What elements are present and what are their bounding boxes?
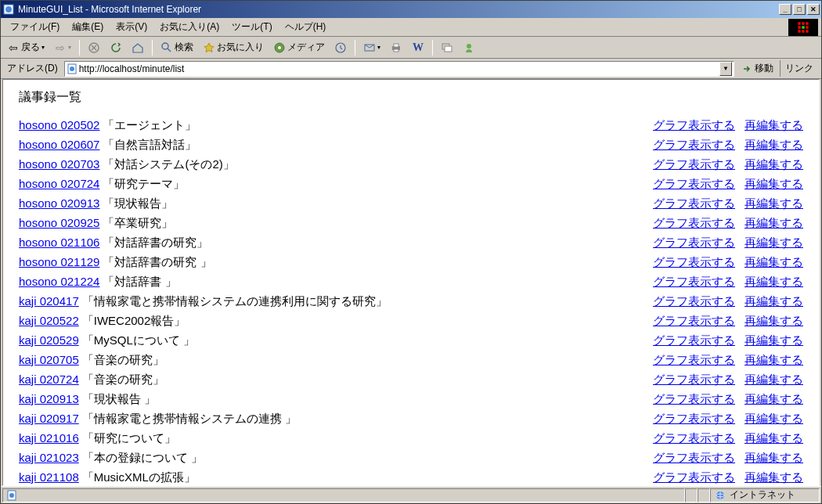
edit-link[interactable]: 再編集する xyxy=(744,157,803,172)
go-button[interactable]: 移動 xyxy=(737,60,777,77)
item-id-link[interactable]: kaji 021016 xyxy=(19,431,79,445)
home-button[interactable] xyxy=(128,40,147,56)
status-main xyxy=(2,488,685,502)
search-button[interactable]: 検索 xyxy=(157,39,196,56)
graph-link[interactable]: グラフ表示する xyxy=(653,255,735,270)
menu-tools[interactable]: ツール(T) xyxy=(225,19,278,35)
graph-link[interactable]: グラフ表示する xyxy=(653,431,735,446)
item-id-link[interactable]: hosono 020724 xyxy=(19,177,99,190)
svg-point-9 xyxy=(278,46,281,49)
svg-point-21 xyxy=(9,493,14,498)
edit-link[interactable]: 再編集する xyxy=(744,118,803,133)
graph-link[interactable]: グラフ表示する xyxy=(653,157,735,172)
graph-link[interactable]: グラフ表示する xyxy=(653,196,735,211)
item-id-link[interactable]: hosono 021224 xyxy=(19,275,99,288)
edit-link[interactable]: 再編集する xyxy=(744,353,803,368)
edit-link[interactable]: 再編集する xyxy=(744,392,803,407)
item-id-link[interactable]: hosono 021129 xyxy=(19,255,99,268)
print-button[interactable] xyxy=(387,40,406,56)
item-id-link[interactable]: hosono 020703 xyxy=(19,157,99,171)
graph-link[interactable]: グラフ表示する xyxy=(653,314,735,329)
menu-view[interactable]: 表示(V) xyxy=(110,19,153,35)
edit-button[interactable]: W xyxy=(409,40,427,56)
edit-link[interactable]: 再編集する xyxy=(744,236,803,250)
favorites-button[interactable]: お気に入り xyxy=(200,39,267,56)
address-dropdown-button[interactable]: ▼ xyxy=(719,62,732,76)
graph-link[interactable]: グラフ表示する xyxy=(653,275,735,290)
item-id-link[interactable]: kaji 020913 xyxy=(19,392,79,405)
graph-link[interactable]: グラフ表示する xyxy=(653,118,735,133)
graph-link[interactable]: グラフ表示する xyxy=(653,373,735,387)
item-id-link[interactable]: hosono 020913 xyxy=(19,196,99,210)
edit-link[interactable]: 再編集する xyxy=(744,431,803,446)
edit-link[interactable]: 再編集する xyxy=(744,138,803,153)
item-id-link[interactable]: kaji 020917 xyxy=(19,412,79,425)
stop-button[interactable] xyxy=(85,40,103,56)
graph-link[interactable]: グラフ表示する xyxy=(653,177,735,192)
graph-link[interactable]: グラフ表示する xyxy=(653,138,735,153)
menu-help[interactable]: ヘルプ(H) xyxy=(279,19,333,35)
item-id-link[interactable]: kaji 020417 xyxy=(19,294,79,308)
svg-rect-13 xyxy=(394,44,398,47)
graph-link[interactable]: グラフ表示する xyxy=(653,470,735,485)
graph-link[interactable]: グラフ表示する xyxy=(653,451,735,466)
item-id-link[interactable]: hosono 020607 xyxy=(19,138,99,151)
menu-file[interactable]: ファイル(F) xyxy=(4,19,66,35)
item-actions: グラフ表示する再編集する xyxy=(653,275,803,290)
menu-favorites[interactable]: お気に入り(A) xyxy=(153,19,225,35)
edit-link[interactable]: 再編集する xyxy=(744,333,803,348)
close-button[interactable]: ✕ xyxy=(807,4,820,15)
edit-link[interactable]: 再編集する xyxy=(744,294,803,309)
separator xyxy=(79,40,80,56)
separator xyxy=(355,40,355,56)
separator xyxy=(152,40,153,56)
item-id-link[interactable]: kaji 021023 xyxy=(19,451,79,464)
item-id-link[interactable]: kaji 021108 xyxy=(19,470,79,484)
forward-button[interactable]: ⇨ ▾ xyxy=(51,40,74,56)
edit-link[interactable]: 再編集する xyxy=(744,216,803,231)
item-id-link[interactable]: hosono 020502 xyxy=(19,118,99,131)
edit-link[interactable]: 再編集する xyxy=(744,255,803,270)
edit-link[interactable]: 再編集する xyxy=(744,373,803,387)
media-button[interactable]: メディア xyxy=(270,39,328,56)
graph-link[interactable]: グラフ表示する xyxy=(653,236,735,250)
item-id-link[interactable]: hosono 021106 xyxy=(19,236,99,249)
graph-link[interactable]: グラフ表示する xyxy=(653,412,735,427)
links-label[interactable]: リンク xyxy=(780,60,818,77)
graph-link[interactable]: グラフ表示する xyxy=(653,216,735,231)
item-id-link[interactable]: kaji 020529 xyxy=(19,333,79,347)
item-actions: グラフ表示する再編集する xyxy=(653,333,803,348)
maximize-button[interactable]: □ xyxy=(793,4,806,15)
mail-button[interactable]: ▾ xyxy=(360,40,384,56)
list-item: kaji 020917「情報家電と携帯情報システムの連携 」グラフ表示する再編集… xyxy=(19,412,803,427)
item-id-link[interactable]: kaji 020522 xyxy=(19,314,79,327)
item-id-link[interactable]: kaji 020705 xyxy=(19,353,79,366)
graph-link[interactable]: グラフ表示する xyxy=(653,353,735,368)
edit-link[interactable]: 再編集する xyxy=(744,177,803,192)
item-title: 「IWEC2002報告」 xyxy=(82,314,653,329)
item-id-link[interactable]: kaji 020724 xyxy=(19,373,79,386)
messenger-icon xyxy=(463,41,475,54)
edit-link[interactable]: 再編集する xyxy=(744,275,803,290)
edit-link[interactable]: 再編集する xyxy=(744,412,803,427)
discuss-button[interactable] xyxy=(438,40,456,56)
item-id-link[interactable]: hosono 020925 xyxy=(19,216,99,229)
graph-link[interactable]: グラフ表示する xyxy=(653,294,735,309)
graph-link[interactable]: グラフ表示する xyxy=(653,392,735,407)
edit-link[interactable]: 再編集する xyxy=(744,314,803,329)
item-title: 「現状報告」 xyxy=(103,196,653,211)
item-actions: グラフ表示する再編集する xyxy=(653,451,803,466)
address-input[interactable] xyxy=(78,63,719,74)
back-button[interactable]: ⇦ 戻る ▾ xyxy=(4,39,48,56)
minimize-button[interactable]: _ xyxy=(779,4,791,15)
graph-link[interactable]: グラフ表示する xyxy=(653,333,735,348)
menu-edit[interactable]: 編集(E) xyxy=(66,19,110,35)
edit-link[interactable]: 再編集する xyxy=(744,451,803,466)
history-button[interactable] xyxy=(331,40,350,56)
svg-point-17 xyxy=(467,44,471,49)
refresh-button[interactable] xyxy=(106,40,125,56)
edit-link[interactable]: 再編集する xyxy=(744,196,803,211)
list-item: kaji 020522「IWEC2002報告」グラフ表示する再編集する xyxy=(19,314,803,329)
edit-link[interactable]: 再編集する xyxy=(744,470,803,485)
messenger-button[interactable] xyxy=(460,40,478,56)
